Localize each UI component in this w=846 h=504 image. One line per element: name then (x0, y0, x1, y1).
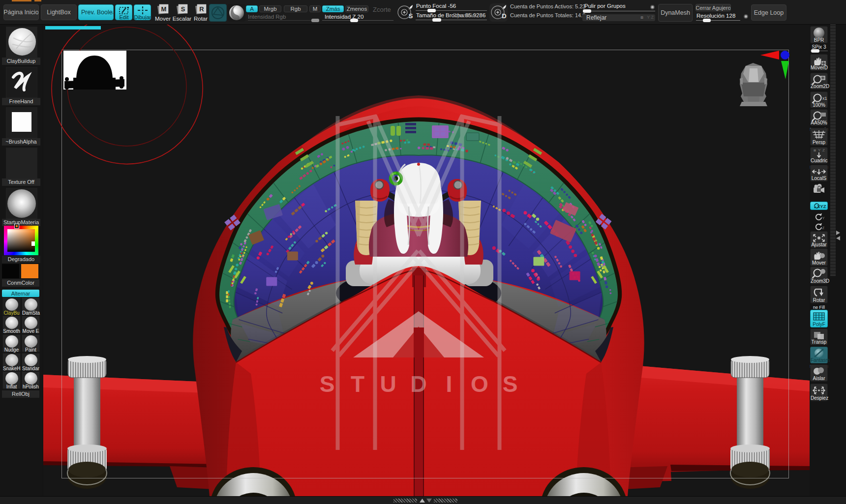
svg-text:Z: Z (822, 148, 825, 152)
svg-text:x1: x1 (822, 96, 827, 101)
svg-text:S: S (503, 371, 518, 397)
svg-text:Z: Z (822, 226, 825, 230)
svg-text:Y: Y (822, 216, 825, 220)
svg-text:S: S (320, 371, 335, 397)
svg-text:Dibujar: Dibujar (134, 14, 151, 20)
svg-text:S: S (181, 5, 185, 13)
svg-text:D: D (410, 371, 426, 397)
svg-text:Escalar: Escalar (173, 16, 192, 22)
svg-text:Y: Y (818, 148, 821, 152)
svg-text:U: U (380, 371, 396, 397)
svg-text:Rotar: Rotar (194, 16, 208, 22)
svg-text:T: T (351, 371, 364, 397)
svg-text:O: O (471, 371, 488, 397)
svg-text:R: R (199, 5, 204, 13)
svg-text:XYZ: XYZ (817, 204, 826, 209)
svg-text:D: D (502, 12, 506, 20)
svg-text:⧈: ⧈ (814, 148, 816, 152)
svg-text:Edit: Edit (120, 14, 129, 20)
svg-text:I: I (446, 371, 453, 397)
svg-text:Mover: Mover (155, 16, 171, 22)
svg-text:M: M (161, 5, 167, 13)
svg-text:S: S (409, 12, 413, 20)
